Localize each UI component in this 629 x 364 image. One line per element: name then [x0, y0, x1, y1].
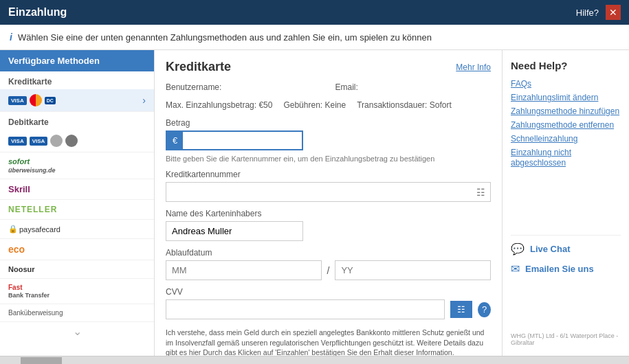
cvv-label: CVV: [166, 287, 491, 297]
gebuhren: Gebühren: Keine: [283, 100, 346, 110]
bank-logo: Banküberweisung: [8, 309, 63, 317]
terms-text-1: Ich verstehe, dass mein Geld durch ein s…: [166, 328, 491, 356]
zahlungsmethode-hinzu-link[interactable]: Zahlungsmethode hinzufügen: [511, 106, 619, 116]
paysafe-logo: 🔒 paysafecard: [8, 225, 60, 234]
page-title: Einzahlung: [8, 6, 67, 19]
name-input[interactable]: [166, 221, 303, 241]
email-action[interactable]: ✉ Emailen Sie uns: [511, 262, 621, 275]
kreditkartennummer-group: Kreditkartennummer ☷: [166, 170, 491, 202]
betrag-hint: Bitte geben Sie die Kartennummer ein, um…: [166, 155, 491, 163]
info-message: Wählen Sie eine der unten genannten Zahl…: [18, 32, 432, 43]
email-icon: ✉: [511, 262, 520, 275]
center-panel: Kreditkarte Mehr Info Benutzername: Emai…: [155, 50, 502, 356]
skrill-logo: Skrill: [8, 184, 30, 194]
help-link-faq[interactable]: FAQs: [511, 78, 621, 89]
sidebar-item-sofort[interactable]: sofortüberweisung.de: [0, 152, 154, 179]
sidebar-item-noosur[interactable]: Noosur: [0, 260, 154, 279]
schnelleinzahlung-link[interactable]: Schnelleinzahlung: [511, 134, 577, 144]
live-chat-icon: 💬: [511, 242, 525, 255]
ablaufdatum-label: Ablaufdatum: [166, 248, 491, 258]
mastercard-logo-3: [65, 135, 78, 147]
info-row: Max. Einzahlungsbetrag: €50 Gebühren: Ke…: [166, 100, 491, 110]
content-area: Verfügbare Methoden Kreditkarte VISA DC …: [0, 50, 629, 356]
kreditkarte-logos: VISA DC: [8, 94, 56, 106]
betrag-input-wrap: €: [166, 130, 303, 150]
help-link[interactable]: Hilfe?: [576, 8, 599, 18]
transaktionsdauer: Transaktionsdauer: Sofort: [357, 100, 452, 110]
scroll-indicator: ⌄: [0, 322, 154, 341]
cvv-group: CVV ☷ ?: [166, 287, 491, 319]
top-bar-right: Hilfe? ✕: [576, 5, 621, 20]
mastercard-logo-2: [50, 135, 63, 147]
cvv-help-button[interactable]: ?: [478, 302, 491, 317]
kreditkartennummer-input[interactable]: [166, 182, 491, 202]
betrag-input[interactable]: [183, 132, 302, 149]
yy-input[interactable]: [335, 260, 491, 280]
cvv-input[interactable]: [166, 299, 445, 319]
cvv-card-icon-button[interactable]: ☷: [450, 301, 472, 318]
cvv-row: ☷ ?: [166, 299, 491, 319]
mm-input[interactable]: [166, 260, 322, 280]
sofort-logo: sofortüberweisung.de: [8, 157, 56, 174]
center-inner: Kreditkarte Mehr Info Benutzername: Emai…: [155, 50, 502, 356]
date-separator: /: [327, 265, 330, 276]
info-bar: i Wählen Sie eine der unten genannten Za…: [0, 25, 629, 50]
info-icon: i: [10, 32, 12, 43]
sidebar-item-debitkarte[interactable]: VISA VISA: [0, 130, 154, 152]
username-label: Benutzername:: [166, 82, 322, 92]
debitkarte-logos: VISA VISA: [8, 135, 78, 147]
sidebar-item-skrill[interactable]: Skrill: [0, 179, 154, 200]
visa-logo-3: VISA: [30, 137, 48, 146]
live-chat-action[interactable]: 💬 Live Chat: [511, 242, 621, 255]
name-label: Name des Karteninhabers: [166, 209, 491, 218]
betrag-label: Betrag: [166, 118, 491, 128]
email-label: Emailen Sie uns: [525, 264, 594, 274]
right-panel: Need Help? FAQs Einzahlungslimit ändern …: [502, 50, 629, 356]
help-link-schnell[interactable]: Schnelleinzahlung: [511, 133, 621, 144]
close-button[interactable]: ✕: [606, 5, 621, 20]
ablaufdatum-group: Ablaufdatum /: [166, 248, 491, 280]
sidebar-item-eco[interactable]: eco: [0, 239, 154, 260]
dinersclub-logo: DC: [45, 97, 56, 104]
bottom-scroll-thumb[interactable]: [21, 357, 62, 364]
panel-title-row: Kreditkarte Mehr Info: [166, 60, 491, 74]
bottom-scrollbar[interactable]: [0, 356, 629, 364]
sidebar-section-kreditkarte: Kreditkarte: [0, 71, 154, 89]
help-link-einzahlung-limit[interactable]: Einzahlungslimit ändern: [511, 92, 621, 102]
neteller-logo: NETELLER: [8, 205, 57, 214]
date-row: /: [166, 260, 491, 280]
mastercard-logo: [30, 94, 42, 106]
left-sidebar: Verfügbare Methoden Kreditkarte VISA DC …: [0, 50, 155, 356]
name-group: Name des Karteninhabers: [166, 209, 491, 241]
fast-logo: Fast Bank Transfer: [8, 284, 49, 299]
card-icon: ☷: [476, 187, 485, 198]
sidebar-item-bankuberweisung[interactable]: Banküberweisung: [0, 304, 154, 322]
nicht-abge-link[interactable]: Einzahlung nicht abgeschlossen: [511, 148, 571, 168]
einzahlung-limit-link[interactable]: Einzahlungslimit ändern: [511, 93, 598, 102]
noosur-logo: Noosur: [8, 265, 35, 273]
form-row-user-email: Benutzername: Email:: [166, 82, 491, 93]
sidebar-item-paysafe[interactable]: 🔒 paysafecard: [0, 220, 154, 239]
kreditkartennummer-label: Kreditkartennummer: [166, 170, 491, 179]
email-field: Email:: [335, 82, 492, 93]
sidebar-item-fast[interactable]: Fast Bank Transfer: [0, 279, 154, 304]
help-links: FAQs Einzahlungslimit ändern Zahlungsmet…: [511, 78, 621, 171]
help-divider: [511, 235, 621, 236]
sidebar-item-kreditkarte[interactable]: VISA DC ›: [0, 89, 154, 112]
sidebar-section-debitkarte: Debitkarte: [0, 112, 154, 130]
footer-text: WHG (MTL) Ltd - 6/1 Waterport Place - Gi…: [511, 332, 621, 346]
euro-prefix: €: [167, 132, 183, 149]
zahlungsmethode-entf-link[interactable]: Zahlungsmethode entfernen: [511, 120, 614, 130]
max-einzahlung: Max. Einzahlungsbetrag: €50: [166, 100, 272, 110]
chevron-right-icon: ›: [142, 95, 146, 106]
top-bar: Einzahlung Hilfe? ✕: [0, 0, 629, 25]
mehr-info-link[interactable]: Mehr Info: [456, 62, 491, 72]
main-container: i Wählen Sie eine der unten genannten Za…: [0, 25, 629, 364]
help-link-zahlungsmethode-entf[interactable]: Zahlungsmethode entfernen: [511, 120, 621, 130]
visa-logo-2: VISA: [8, 137, 27, 146]
help-link-zahlungsmethode-hinzu[interactable]: Zahlungsmethode hinzufügen: [511, 106, 621, 116]
sidebar-item-neteller[interactable]: NETELLER: [0, 200, 154, 220]
faq-link[interactable]: FAQs: [511, 79, 531, 89]
help-link-nicht-abge[interactable]: Einzahlung nicht abgeschlossen: [511, 147, 621, 168]
visa-logo: VISA: [8, 96, 27, 105]
